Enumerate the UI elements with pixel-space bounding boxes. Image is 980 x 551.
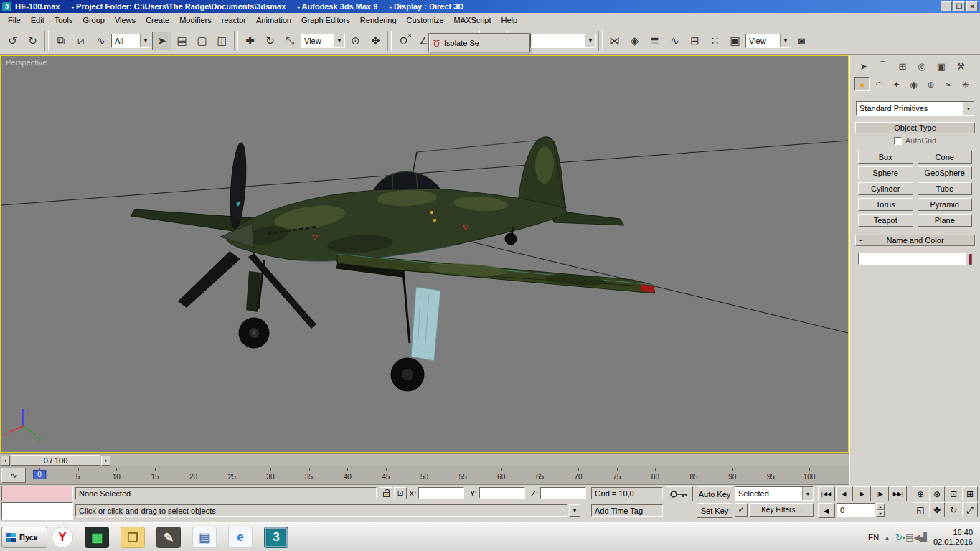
object-type-cylinder[interactable]: Cylinder xyxy=(858,182,913,195)
aircraft-model[interactable] xyxy=(131,137,655,391)
category-helpers[interactable]: ⊕ xyxy=(923,77,938,91)
x-coord-field[interactable] xyxy=(418,487,464,499)
object-type-sphere[interactable]: Sphere xyxy=(858,166,913,179)
object-type-geosphere[interactable]: GeoSphere xyxy=(918,166,973,179)
volume-tray-icon[interactable]: ◀ xyxy=(913,532,920,542)
key-filters-button[interactable]: Key Filters... xyxy=(749,503,814,517)
render-type-dropdown[interactable]: View▼ xyxy=(745,34,791,48)
use-pivot-center-icon[interactable]: ⊙ xyxy=(346,32,365,50)
selection-filter-dropdown[interactable]: All▼ xyxy=(111,34,151,48)
notepad-button[interactable]: ▤ xyxy=(192,527,217,548)
zoom-extents-all-icon[interactable]: ⊞ xyxy=(962,486,978,501)
tab-hierarchy[interactable]: ⊞ xyxy=(895,59,910,73)
layer-manager-icon[interactable]: ≣ xyxy=(645,32,664,50)
category-geometry[interactable]: ● xyxy=(854,77,870,91)
min-max-toggle-icon[interactable]: ⤢ xyxy=(962,502,978,517)
z-coord-field[interactable] xyxy=(540,487,586,499)
sync-tray-icon[interactable]: ↻ xyxy=(895,532,903,542)
taskbar-clock[interactable]: 16:40 02.01.2016 xyxy=(933,528,973,547)
menu-animation[interactable]: Animation xyxy=(251,14,296,26)
object-type-teapot[interactable]: Teapot xyxy=(858,214,913,227)
internet-explorer-button[interactable]: e xyxy=(228,527,253,548)
time-slider-prev-arrow[interactable]: ‹ xyxy=(1,456,10,466)
prompt-history-dropdown[interactable]: ▾ xyxy=(569,504,580,517)
macro-recorder-mini-listener[interactable] xyxy=(1,486,73,501)
menu-edit[interactable]: Edit xyxy=(26,14,50,26)
tab-modify[interactable]: ⌒ xyxy=(875,59,891,73)
menu-help[interactable]: Help xyxy=(496,14,523,26)
menu-tools[interactable]: Tools xyxy=(50,14,78,26)
curve-editor-icon[interactable]: ∿ xyxy=(665,32,684,50)
track-bar[interactable]: ∿ 05101520253035404550556065707580859095… xyxy=(0,466,849,485)
category-cameras[interactable]: ◉ xyxy=(906,77,921,91)
frame-spinner[interactable]: ▴ ▾ xyxy=(876,503,885,517)
yandex-browser-button[interactable]: Y xyxy=(52,527,73,548)
y-coord-field[interactable] xyxy=(479,487,525,499)
tab-utilities[interactable]: ⚒ xyxy=(953,59,969,73)
notes-tray-icon[interactable]: ▤ xyxy=(905,532,913,542)
explorer-button[interactable]: ❒ xyxy=(121,527,145,548)
menu-graph-editors[interactable]: Graph Editors xyxy=(296,14,355,26)
spinner-down-icon[interactable]: ▾ xyxy=(876,510,885,517)
object-type-tube[interactable]: Tube xyxy=(918,182,973,195)
restore-button[interactable]: ❐ xyxy=(953,1,965,11)
zoom-extents-icon[interactable]: ⊡ xyxy=(946,486,961,501)
viewport-label[interactable]: Perspective xyxy=(6,58,47,67)
menu-maxscript[interactable]: MAXScript xyxy=(449,14,496,26)
set-keys-button[interactable] xyxy=(666,486,693,501)
snaps-toggle-icon[interactable]: Ω3 xyxy=(394,32,413,50)
select-and-scale-icon[interactable]: ⤡ xyxy=(281,32,300,50)
perspective-viewport[interactable]: Perspective xyxy=(0,55,849,453)
current-frame-field[interactable]: 0 xyxy=(837,503,875,517)
select-by-name-icon[interactable]: ▤ xyxy=(172,32,192,50)
next-frame-button[interactable]: |▶ xyxy=(872,486,889,501)
menu-modifiers[interactable]: Modifiers xyxy=(174,14,217,26)
go-to-start-button[interactable]: |◀◀ xyxy=(818,486,835,501)
menu-rendering[interactable]: Rendering xyxy=(355,14,402,26)
viewport-3d-scene[interactable]: z x y xyxy=(1,56,848,452)
redo-icon[interactable]: ↻ xyxy=(23,32,42,50)
name-and-color-rollout[interactable]: - Name and Color xyxy=(855,235,975,246)
timeline-current-frame-marker[interactable]: 0 xyxy=(33,470,46,479)
auto-key-button[interactable]: Auto Key xyxy=(697,486,732,501)
window-crossing-toggle-icon[interactable]: ◫ xyxy=(212,32,232,50)
mirror-icon[interactable]: ⋈ xyxy=(605,32,624,50)
object-type-pyramid[interactable]: Pyramid xyxy=(918,198,973,211)
time-slider-track[interactable]: ‹ 0 / 100 › xyxy=(0,453,849,466)
language-indicator[interactable]: EN xyxy=(868,533,879,542)
rectangular-selection-region-icon[interactable]: ▢ xyxy=(192,32,212,50)
start-button[interactable]: Пуск xyxy=(1,527,47,548)
set-key-button[interactable]: Set Key xyxy=(697,503,732,518)
object-type-cone[interactable]: Cone xyxy=(918,151,973,164)
pan-icon[interactable]: ✥ xyxy=(929,502,945,517)
add-time-tag[interactable]: Add Time Tag xyxy=(591,504,663,517)
selection-lock-toggle[interactable] xyxy=(380,487,392,499)
quick-render-icon[interactable]: ◙ xyxy=(792,32,811,50)
category-systems[interactable]: ✳ xyxy=(958,77,973,91)
undo-icon[interactable]: ↺ xyxy=(3,32,22,50)
absolute-mode-toggle[interactable]: ⊡ xyxy=(394,487,407,499)
tray-expand-icon[interactable]: ▴ xyxy=(885,534,889,541)
menu-create[interactable]: Create xyxy=(141,14,174,26)
chevron-down-icon[interactable]: ▼ xyxy=(963,102,974,115)
category-shapes[interactable]: ◠ xyxy=(872,77,887,91)
object-type-torus[interactable]: Torus xyxy=(858,198,913,211)
go-to-end-button[interactable]: ▶▶| xyxy=(890,486,907,501)
autogrid-checkbox[interactable] xyxy=(894,137,902,145)
subcategory-dropdown[interactable]: Standard Primitives ▼ xyxy=(856,101,974,116)
object-name-input[interactable] xyxy=(858,253,966,265)
tab-motion[interactable]: ◎ xyxy=(914,59,930,73)
key-mode-toggle[interactable]: ◀ xyxy=(818,503,835,518)
maxscript-mini-listener[interactable] xyxy=(1,502,73,520)
isolate-selection-popup[interactable]: Ω Isolate Se xyxy=(428,33,530,52)
gimp-button[interactable]: ✎ xyxy=(156,527,181,548)
time-slider-handle[interactable]: 0 / 100 xyxy=(11,455,100,466)
object-type-plane[interactable]: Plane xyxy=(918,214,973,227)
chevron-down-icon[interactable]: ▼ xyxy=(780,34,791,47)
schematic-view-icon[interactable]: ⊟ xyxy=(685,32,705,50)
chevron-down-icon[interactable]: ▼ xyxy=(140,34,151,47)
category-space-warps[interactable]: ≈ xyxy=(941,77,956,91)
time-slider-next-arrow[interactable]: › xyxy=(101,456,110,466)
menu-group[interactable]: Group xyxy=(77,14,110,26)
object-color-swatch[interactable] xyxy=(969,253,972,265)
